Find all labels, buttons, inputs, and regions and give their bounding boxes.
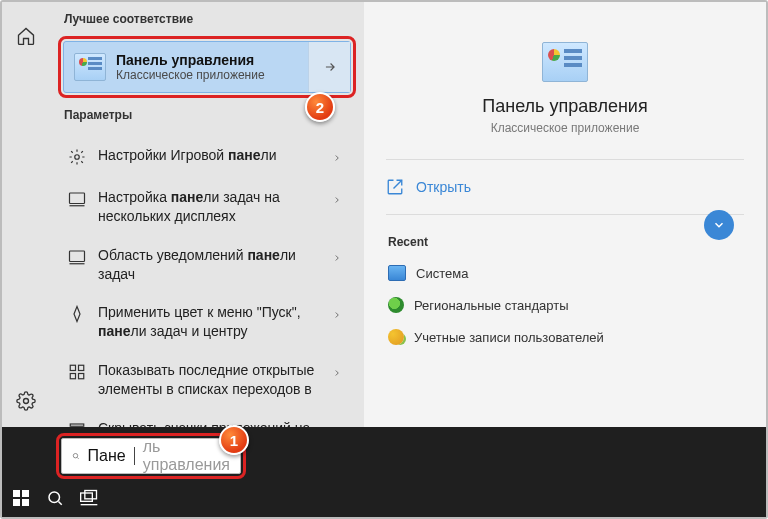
svg-point-15 <box>49 492 60 503</box>
svg-rect-6 <box>70 365 75 370</box>
param-label: Настройки Игровой панели <box>98 146 320 165</box>
chevron-right-icon <box>332 364 346 383</box>
recent-item[interactable]: Учетные записи пользователей <box>386 321 744 353</box>
chevron-right-icon[interactable] <box>308 42 350 92</box>
svg-point-0 <box>24 399 29 404</box>
best-match-title: Панель управления <box>116 52 265 68</box>
search-icon <box>72 448 80 464</box>
callout-1: 1 <box>219 425 249 455</box>
taskbar-search-icon[interactable] <box>44 487 66 509</box>
start-button[interactable] <box>10 487 32 509</box>
home-icon[interactable] <box>6 16 46 56</box>
recent-item-icon <box>388 329 404 345</box>
expand-button[interactable] <box>704 210 734 240</box>
control-panel-icon <box>74 53 106 81</box>
param-item[interactable]: Скрывать значки приложений на панели зад… <box>58 409 356 427</box>
left-rail <box>2 2 50 427</box>
chevron-right-icon <box>332 249 346 268</box>
param-label: Показывать последние открытые элементы в… <box>98 361 320 399</box>
svg-line-16 <box>58 501 61 504</box>
chevron-right-icon <box>332 149 346 168</box>
svg-point-13 <box>73 453 77 457</box>
list-icon <box>68 363 86 381</box>
display-icon <box>68 190 86 208</box>
recent-item-label: Региональные стандарты <box>414 298 568 313</box>
svg-rect-7 <box>79 365 84 370</box>
best-match-subtitle: Классическое приложение <box>116 68 265 82</box>
search-completion: ль управления <box>143 438 230 474</box>
param-label: Настройка панели задач на нескольких дис… <box>98 188 320 226</box>
svg-line-14 <box>77 457 78 458</box>
recent-item[interactable]: Региональные стандарты <box>386 289 744 321</box>
brush-icon <box>68 305 86 323</box>
param-label: Скрывать значки приложений на панели зад… <box>98 419 320 427</box>
svg-rect-10 <box>70 424 84 426</box>
param-item[interactable]: Настройка панели задач на нескольких дис… <box>58 178 356 236</box>
task-view-icon[interactable] <box>78 487 100 509</box>
param-label: Область уведомлений панели задач <box>98 246 320 284</box>
gear-icon <box>68 148 86 166</box>
open-icon <box>386 178 404 196</box>
chevron-right-icon <box>332 306 346 325</box>
param-item[interactable]: Показывать последние открытые элементы в… <box>58 351 356 409</box>
results-column: Лучшее соответствие Панель управления Кл… <box>50 2 364 427</box>
taskbar-area: Панель управления <box>2 427 766 517</box>
section-best-match: Лучшее соответствие <box>50 2 364 36</box>
detail-column: Панель управления Классическое приложени… <box>364 2 766 427</box>
open-action[interactable]: Открыть <box>386 160 744 215</box>
search-input[interactable]: Панель управления <box>61 438 241 474</box>
recent-item-label: Учетные записи пользователей <box>414 330 604 345</box>
open-label: Открыть <box>416 179 471 195</box>
control-panel-icon <box>542 42 588 82</box>
callout-frame-1: Панель управления <box>56 433 246 479</box>
detail-title: Панель управления <box>482 96 647 117</box>
svg-point-1 <box>75 155 80 160</box>
recent-item-icon <box>388 265 406 281</box>
recent-item-label: Система <box>416 266 468 281</box>
svg-rect-8 <box>70 374 75 379</box>
param-item[interactable]: Настройки Игровой панели <box>58 136 356 178</box>
section-recent: Recent <box>386 227 744 257</box>
param-label: Применить цвет к меню "Пуск", панели зад… <box>98 303 320 341</box>
recent-item-icon <box>388 297 404 313</box>
callout-frame-2: Панель управления Классическое приложени… <box>58 36 356 98</box>
svg-rect-4 <box>70 251 85 262</box>
gear-icon[interactable] <box>6 381 46 421</box>
callout-2: 2 <box>305 92 335 122</box>
display-icon <box>68 248 86 266</box>
detail-subtitle: Классическое приложение <box>491 121 640 135</box>
best-match-result[interactable]: Панель управления Классическое приложени… <box>63 41 351 93</box>
param-item[interactable]: Применить цвет к меню "Пуск", панели зад… <box>58 293 356 351</box>
svg-rect-18 <box>85 491 97 499</box>
svg-rect-2 <box>70 193 85 204</box>
svg-rect-17 <box>81 493 93 501</box>
chevron-right-icon <box>332 191 346 210</box>
param-item[interactable]: Область уведомлений панели задач <box>58 236 356 294</box>
search-typed: Пане <box>88 447 126 465</box>
svg-rect-9 <box>79 374 84 379</box>
recent-item[interactable]: Система <box>386 257 744 289</box>
